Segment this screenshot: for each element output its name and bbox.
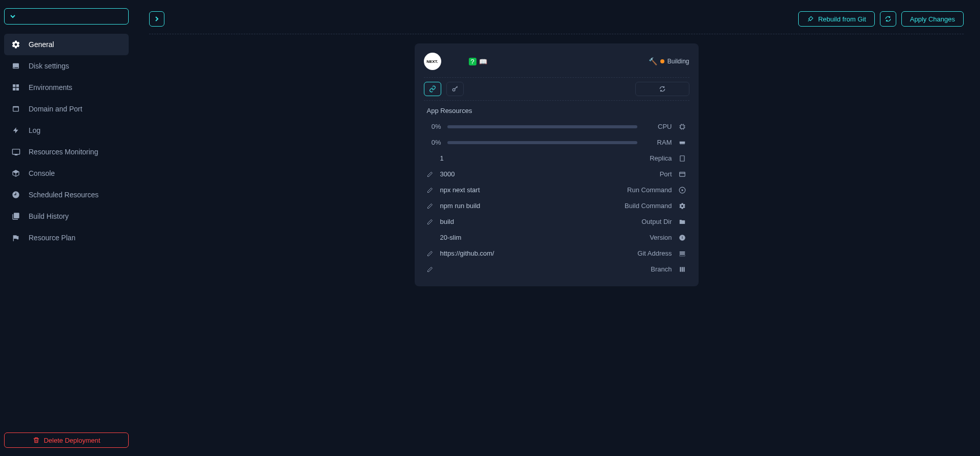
help-icon[interactable]: ? — [469, 58, 476, 65]
window-icon — [678, 171, 686, 178]
sidebar-item-monitoring[interactable]: Resources Monitoring — [4, 141, 129, 163]
git-row: https://github.com/ Git Address — [424, 245, 689, 261]
branch-icon — [678, 266, 686, 273]
edit-port-icon[interactable] — [427, 171, 434, 177]
tools-icon — [807, 15, 814, 22]
replica-label: Replica — [650, 154, 672, 162]
svg-rect-3 — [680, 155, 684, 161]
output-dir-label: Output Dir — [641, 218, 672, 225]
output-dir-row: build Output Dir — [424, 214, 689, 230]
replica-row: ✎ 1 Replica — [424, 150, 689, 166]
sidebar-item-scheduled[interactable]: Scheduled Resources — [4, 184, 129, 206]
ram-value: 0% — [427, 139, 441, 146]
app-logo-text: NEXT. — [426, 59, 438, 64]
sidebar-item-label: General — [29, 40, 54, 49]
trash-icon — [33, 437, 40, 444]
svg-rect-8 — [679, 251, 685, 252]
cpu-bar — [447, 125, 637, 128]
version-value: 20-slim — [440, 234, 644, 241]
sidebar-item-disk[interactable]: Disk settings — [4, 55, 129, 77]
hammer-icon: 🔨 — [649, 57, 657, 65]
apply-changes-button[interactable]: Apply Changes — [901, 11, 964, 27]
ram-row: 0% RAM — [424, 134, 689, 150]
sidebar-item-label: Environments — [29, 83, 73, 92]
port-row: 3000 Port — [424, 166, 689, 182]
rebuild-label: Rebuild from Git — [818, 15, 866, 23]
play-icon — [678, 187, 686, 194]
project-dropdown[interactable] — [4, 8, 129, 25]
status-label: Building — [667, 58, 689, 65]
svg-rect-12 — [681, 267, 682, 271]
toggle-sidebar-button[interactable] — [149, 11, 164, 27]
app-logo: NEXT. — [424, 53, 441, 70]
top-bar: Rebuild from Git Apply Changes — [149, 11, 964, 34]
sidebar-item-history[interactable]: Build History — [4, 206, 129, 227]
columns-icon — [11, 83, 20, 92]
build-command-value: npm run build — [440, 202, 619, 210]
version-label: Version — [650, 234, 672, 241]
edit-branch-icon[interactable] — [427, 266, 434, 272]
refresh-button[interactable] — [880, 11, 896, 27]
info-icon: i — [678, 234, 686, 241]
sidebar-item-label: Scheduled Resources — [29, 191, 99, 199]
edit-run-icon[interactable] — [427, 187, 434, 193]
refresh-icon — [659, 85, 666, 93]
sidebar-item-label: Console — [29, 169, 55, 177]
sidebar-item-label: Resources Monitoring — [29, 148, 98, 156]
key-icon — [451, 85, 459, 93]
delete-deployment-button[interactable]: Delete Deployment — [4, 432, 129, 448]
build-command-label: Build Command — [625, 202, 672, 210]
gear-icon — [11, 40, 20, 49]
sidebar-item-label: Disk settings — [29, 62, 69, 70]
edit-output-icon[interactable] — [427, 219, 434, 225]
svg-rect-13 — [683, 267, 684, 271]
sidebar-item-console[interactable]: Console — [4, 163, 129, 184]
sidebar-item-plan[interactable]: Resource Plan — [4, 227, 129, 248]
svg-rect-9 — [679, 253, 685, 254]
edit-build-icon[interactable] — [427, 203, 434, 209]
docs-icon[interactable]: 📖 — [480, 58, 487, 65]
ram-icon — [678, 139, 686, 146]
sidebar-item-general[interactable]: General — [4, 34, 129, 55]
folder-icon — [678, 218, 686, 225]
delete-deployment-label: Delete Deployment — [44, 437, 101, 444]
window-icon — [11, 104, 20, 113]
chevron-down-icon — [10, 13, 16, 19]
gear-icon — [678, 202, 686, 210]
key-button[interactable] — [446, 82, 464, 96]
git-value: https://github.com/ — [440, 249, 632, 257]
git-label: Git Address — [637, 249, 672, 257]
monitor-icon — [11, 147, 20, 156]
ram-bar — [447, 141, 637, 144]
replica-value: 1 — [440, 154, 644, 162]
branch-label: Branch — [651, 265, 672, 273]
link-button[interactable] — [424, 82, 441, 96]
card-refresh-button[interactable] — [635, 82, 689, 96]
sidebar-item-environments[interactable]: Environments — [4, 77, 129, 98]
replica-icon — [678, 155, 686, 162]
edit-git-icon[interactable] — [427, 250, 434, 257]
sidebar-item-domain[interactable]: Domain and Port — [4, 98, 129, 120]
build-command-row: npm run build Build Command — [424, 198, 689, 214]
sidebar-item-label: Log — [29, 126, 40, 134]
run-command-row: npx next start Run Command — [424, 182, 689, 198]
svg-rect-2 — [679, 141, 685, 144]
rebuild-from-git-button[interactable]: Rebuild from Git — [798, 11, 875, 27]
run-command-label: Run Command — [627, 186, 672, 194]
sidebar-item-label: Domain and Port — [29, 105, 82, 113]
port-label: Port — [660, 170, 672, 178]
clock-icon — [11, 190, 20, 199]
sidebar-item-log[interactable]: Log — [4, 120, 129, 141]
branch-row: Branch — [424, 261, 689, 277]
link-icon — [429, 85, 436, 93]
svg-point-0 — [452, 88, 455, 91]
disk-icon — [11, 61, 20, 71]
port-value: 3000 — [440, 170, 654, 178]
svg-rect-10 — [679, 255, 685, 256]
cpu-row: 0% CPU — [424, 119, 689, 134]
book-icon — [11, 212, 20, 221]
run-command-value: npx next start — [440, 186, 622, 194]
bolt-icon — [11, 126, 20, 135]
svg-text:i: i — [682, 236, 683, 239]
server-icon — [678, 250, 686, 257]
